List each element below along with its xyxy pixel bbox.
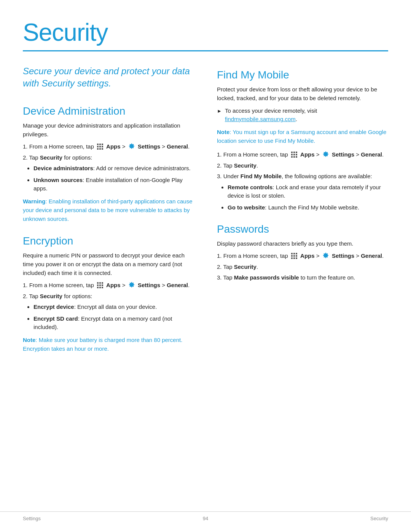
step-item: 3. Under Find My Mobile, the following o… — [217, 172, 388, 212]
svg-rect-14 — [99, 284, 101, 286]
note-label: Note — [23, 337, 35, 343]
encryption-section: Encryption Require a numeric PIN or pass… — [23, 235, 194, 353]
general-label: General — [361, 151, 382, 158]
settings-icon — [322, 151, 330, 158]
footer-left: Settings — [23, 516, 41, 521]
svg-rect-30 — [291, 253, 293, 254]
step-number: 3. — [217, 274, 223, 281]
svg-rect-4 — [99, 146, 101, 147]
apps-icon — [290, 252, 298, 260]
step-text: Tap Security. — [223, 264, 258, 270]
encryption-note: Note: Make sure your battery is charged … — [23, 335, 194, 353]
svg-rect-15 — [102, 284, 103, 286]
step-text: From a Home screen, tap — [223, 151, 384, 158]
svg-rect-31 — [293, 253, 295, 254]
apps-label: Apps — [106, 282, 121, 288]
step-item: 3. Tap Make passwords visible to turn th… — [217, 273, 388, 282]
bullet-item: Encrypt SD card: Encrypt data on a memor… — [33, 315, 194, 332]
encryption-body: Require a numeric PIN or password to dec… — [23, 251, 194, 278]
svg-rect-10 — [97, 282, 99, 284]
svg-rect-13 — [97, 284, 99, 286]
svg-rect-6 — [97, 148, 99, 150]
step-text: Tap Make passwords visible to turn the f… — [223, 274, 355, 281]
find-my-mobile-arrow-point: ► To access your device remotely, visit … — [217, 107, 388, 124]
bullet-term: Go to website — [228, 204, 265, 211]
step-text: From a Home screen, tap — [29, 143, 190, 150]
encryption-steps: 1. From a Home screen, tap — [23, 281, 194, 332]
svg-rect-1 — [99, 144, 101, 145]
bullet-term: Remote controls — [228, 184, 272, 190]
bullet-item: Unknown sources: Enable installation of … — [33, 176, 194, 193]
svg-rect-36 — [291, 257, 293, 259]
svg-rect-23 — [291, 154, 293, 155]
device-administration-body: Manage your device administrators and ap… — [23, 121, 194, 139]
general-label: General — [167, 143, 188, 150]
settings-icon — [128, 143, 135, 150]
intro-text: Secure your device and protect your data… — [23, 65, 194, 90]
svg-rect-11 — [99, 282, 101, 284]
title-divider — [23, 50, 388, 51]
note-text: : You must sign up for a Samsung account… — [217, 129, 386, 144]
bullet-term: Encrypt device — [33, 304, 74, 310]
step-text: Tap Security for options: — [29, 154, 92, 161]
svg-rect-18 — [102, 287, 103, 288]
apps-label: Apps — [300, 151, 315, 158]
step-number: 1. — [23, 143, 29, 150]
step-number: 2. — [217, 264, 223, 270]
settings-label: Settings — [332, 252, 354, 259]
footer: Settings 94 Security — [0, 511, 411, 521]
step-item: 1. From a Home screen, tap — [23, 142, 194, 151]
svg-rect-16 — [97, 287, 99, 288]
svg-rect-37 — [293, 257, 295, 259]
svg-rect-27 — [293, 156, 295, 158]
bullet-item: Device administrators: Add or remove dev… — [33, 164, 194, 173]
bullet-term: Device administrators — [33, 165, 93, 171]
bullet-item: Encrypt device: Encrypt all data on your… — [33, 303, 194, 312]
apps-icon — [96, 281, 104, 289]
step-number: 1. — [23, 282, 29, 288]
content-columns: Secure your device and protect your data… — [23, 65, 388, 360]
make-passwords-visible-bold: Make passwords visible — [234, 274, 299, 281]
fmm-bold: Find My Mobile — [241, 173, 282, 179]
step-item: 1. From a Home screen, tap — [217, 150, 388, 159]
section-title-device-administration: Device Administration — [23, 105, 194, 117]
step-item: 2. Tap Security. — [217, 161, 388, 170]
svg-rect-38 — [296, 257, 297, 259]
svg-rect-24 — [293, 154, 295, 155]
device-administration-steps: 1. From a Home screen, tap — [23, 142, 194, 193]
note-label: Note — [217, 129, 229, 135]
step-number: 2. — [23, 154, 29, 161]
security-bold: Security — [40, 293, 62, 299]
apps-label: Apps — [106, 143, 121, 150]
step-text: Tap Security. — [223, 162, 258, 169]
svg-rect-3 — [97, 146, 99, 147]
bullet-item: Remote controls: Lock and erase your dat… — [228, 183, 388, 200]
settings-label: Settings — [138, 282, 160, 288]
security-bold: Security — [40, 154, 62, 161]
note-text: : Make sure your battery is charged more… — [23, 337, 182, 352]
svg-rect-8 — [102, 148, 103, 150]
step-text: From a Home screen, tap — [29, 282, 190, 288]
bullet-desc: : Launch the Find My Mobile website. — [265, 204, 359, 211]
step-number: 1. — [217, 151, 223, 158]
step-text: From a Home screen, tap — [223, 252, 384, 259]
section-title-passwords: Passwords — [217, 223, 388, 235]
passwords-section: Passwords Display password characters br… — [217, 223, 388, 282]
findmymobile-link[interactable]: findmymobile.samsung.com — [225, 116, 296, 122]
left-column: Secure your device and protect your data… — [23, 65, 194, 360]
arrow-text: To access your device remotely, visit fi… — [225, 107, 388, 124]
bullet-desc: : Encrypt all data on your device. — [74, 304, 157, 310]
right-column: Find My Mobile Protect your device from … — [217, 65, 388, 360]
step-text: Under Find My Mobile, the following opti… — [223, 173, 372, 179]
step-number: 1. — [217, 252, 223, 259]
step-item: 2. Tap Security. — [217, 263, 388, 272]
svg-rect-20 — [291, 152, 293, 153]
footer-center: 94 — [203, 516, 208, 521]
svg-rect-34 — [293, 255, 295, 257]
svg-rect-25 — [296, 154, 297, 155]
svg-rect-21 — [293, 152, 295, 153]
svg-rect-32 — [296, 253, 297, 254]
svg-rect-35 — [296, 255, 297, 257]
page: Security Secure your device and protect … — [0, 0, 411, 390]
find-my-mobile-steps: 1. From a Home screen, tap — [217, 150, 388, 212]
